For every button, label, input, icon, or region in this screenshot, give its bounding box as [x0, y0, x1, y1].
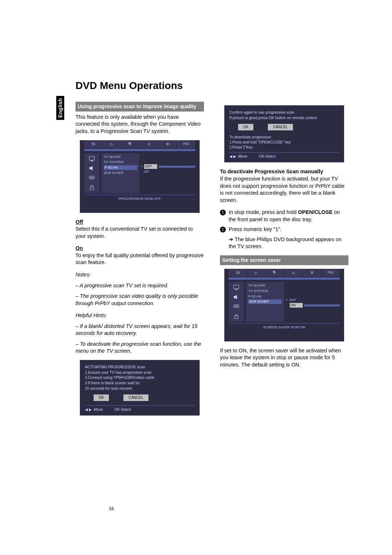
svg-rect-8: [235, 289, 237, 290]
osd-item: TV SYSTEM: [248, 289, 282, 293]
off-heading: Off: [75, 219, 204, 226]
notes-line: – A progressive scan TV set is required.: [75, 282, 204, 289]
osd-confirm-line: If picture is good,press OK button on re…: [229, 115, 339, 121]
osd-tab: ⚙: [159, 140, 176, 148]
osd-activate-line: 1.Ensure your TV has progressive scan: [85, 370, 195, 375]
osd-tab: ▷: [103, 140, 121, 148]
osd-opt-on: ON: [143, 169, 150, 174]
scrsaver-body: If set to ON, the screen saver will be a…: [220, 347, 348, 369]
svg-marker-9: [234, 295, 237, 299]
osd-deact-line: 2.Press"1"Key: [229, 145, 339, 150]
osd-tab: PBC: [177, 140, 195, 148]
osd-item: SCR SAVER: [104, 171, 137, 175]
speaker-icon: [89, 166, 95, 171]
osd-tab: ⚙: [303, 269, 321, 277]
osd-tab: †A: [84, 140, 102, 148]
svg-rect-7: [234, 285, 239, 289]
osd-opt-on: ON: [290, 303, 303, 308]
svg-rect-12: [236, 306, 238, 307]
on-heading: On: [75, 245, 204, 252]
osd-deact-head: To deactivate progressive:: [229, 135, 339, 140]
notes-line: – The progressive scan video quality is …: [75, 293, 204, 307]
svg-rect-1: [91, 161, 93, 161]
osd-confirm-screenshot: Confirm again to use progressive scan If…: [224, 105, 344, 162]
osd-tab: PBC: [322, 269, 340, 277]
step-number-icon: 1: [220, 210, 226, 215]
osd-ok-button: OK: [94, 394, 109, 401]
osd-activate-head: ACTIVATING PROGRESSIVE scan: [85, 364, 195, 370]
osd-tab: 🔍: [266, 269, 284, 277]
off-body: Select this if a conventional TV set is …: [75, 226, 204, 240]
section-band-scrsaver: Setting the screen saver: [220, 255, 348, 265]
progscan-intro: This feature is only available when you …: [75, 114, 204, 135]
osd-tab: †A: [229, 269, 246, 277]
osd-item-selected: P-SCAN: [104, 165, 137, 170]
svg-marker-2: [89, 166, 93, 170]
osd-scrsaver-screenshot: †A ▷ 🔍 ⚠ ⚙ PBC: [224, 269, 344, 341]
step1-text: In stop mode, press and hold: [229, 209, 298, 215]
page-number: 34: [109, 506, 114, 511]
osd-item-selected: SCR SAVER: [248, 299, 282, 304]
osd-tab: 🔍: [122, 140, 139, 148]
svg-rect-13: [234, 316, 238, 319]
speaker-icon: [233, 295, 239, 300]
deactivate-body: If the progressive function is activated…: [220, 175, 348, 204]
osd-tab: ▷: [247, 269, 265, 277]
osd-status: SCREEN SAVER NOW ON: [229, 323, 340, 330]
osd-tab: ⚠: [285, 269, 302, 277]
step-1: 1 In stop mode, press and hold OPEN/CLOS…: [220, 209, 348, 223]
page-title: DVD Menu Operations: [75, 80, 348, 92]
left-column: Using progressive scan to improve image …: [75, 102, 204, 421]
svg-rect-4: [90, 177, 91, 178]
notes-head: Notes:: [75, 271, 204, 279]
osd-select-label: OK-Select: [259, 154, 275, 159]
osd-cancel-button: CANCEL: [123, 394, 148, 401]
osd-move-label: -Move: [237, 154, 248, 158]
hints-line: – To deactivate the progressive scan fun…: [75, 341, 204, 355]
osd-tab: ⚠: [140, 140, 158, 148]
osd-opt-off: OFF: [144, 164, 157, 169]
osd-activate-line: 3.If there is blank screen wait for: [85, 380, 195, 386]
step-number-icon: 2: [220, 227, 226, 232]
step-2: 2 Press numeric key "1".: [220, 226, 348, 233]
subtitle-icon: [233, 304, 239, 309]
language-tab: English: [56, 96, 64, 120]
osd-status: PROGRESSIVE NOW OFF: [84, 195, 195, 201]
osd-left-icons: [84, 153, 99, 193]
osd-pscan-screenshot: †A ▷ 🔍 ⚠ ⚙ PBC: [80, 140, 200, 213]
osd-item: TV SYSTEM: [104, 160, 137, 165]
osd-select-label: OK-Select: [114, 407, 131, 412]
svg-rect-11: [234, 306, 236, 307]
osd-left-icons: [229, 282, 244, 322]
hints-head: Helpful Hints:: [75, 312, 204, 319]
osd-item: P-SCAN: [248, 294, 282, 299]
osd-cancel-button: CANCEL: [268, 124, 293, 130]
osd-item: TV SHAPE: [104, 155, 137, 159]
right-column: Confirm again to use progressive scan If…: [220, 102, 348, 421]
osd-deact-line: 1.Press and hold "OPEN/CLOSE" key.: [229, 140, 339, 145]
lock-icon: [89, 185, 95, 190]
step2-text: Press numeric key "1".: [229, 226, 282, 233]
osd-activate-screenshot: ACTIVATING PROGRESSIVE scan 1.Ensure you…: [80, 360, 200, 416]
osd-confirm-line: Confirm again to use progressive scan: [229, 110, 339, 115]
osd-item: TV SHAPE: [248, 283, 282, 288]
subtitle-icon: [89, 175, 95, 181]
osd-activate-line: 2.Connect using YPbPr(GBR)video cable: [85, 375, 195, 380]
osd-move-label: -Move: [93, 408, 103, 412]
svg-rect-6: [90, 187, 94, 190]
section-band-progscan: Using progressive scan to improve image …: [75, 102, 204, 112]
step1-bold: OPEN/CLOSE: [298, 209, 332, 215]
osd-ok-button: OK: [238, 124, 253, 130]
on-body: To enjoy the full quality potential offe…: [75, 252, 204, 266]
display-icon: [89, 156, 95, 161]
lock-icon: [233, 314, 239, 319]
hints-line: – If a blank/ distorted TV screen appear…: [75, 323, 204, 337]
deactivate-heading: To deactivate Progressive Scan manually: [220, 168, 348, 175]
osd-activate-line: 15 seconds for auto recover: [85, 386, 195, 391]
display-icon: [233, 285, 239, 290]
step2-result: The blue Philips DVD background appears …: [229, 236, 348, 250]
osd-opt-off: OFF: [289, 298, 297, 303]
svg-rect-5: [92, 177, 94, 178]
svg-rect-0: [89, 157, 94, 160]
